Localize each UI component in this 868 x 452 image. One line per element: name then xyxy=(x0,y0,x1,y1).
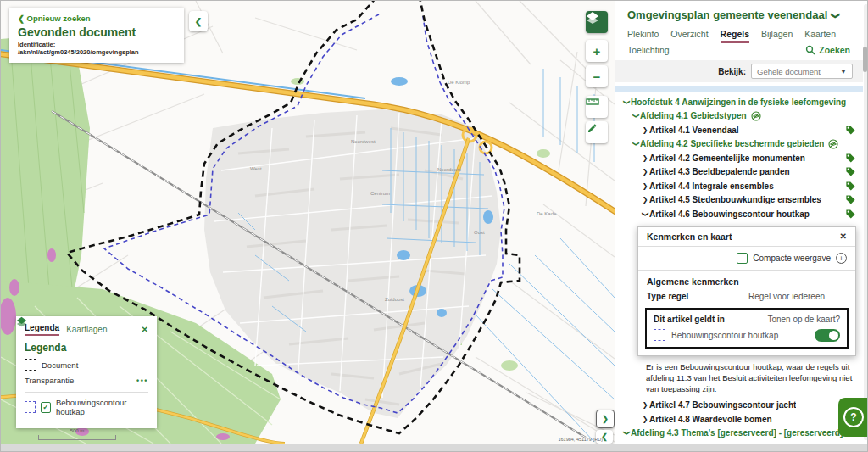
close-icon[interactable]: ✕ xyxy=(142,325,148,334)
chevron-right-icon[interactable]: ❯ xyxy=(641,196,649,204)
tree-item[interactable]: ❯Artikel 4.8 Waardevolle bomen xyxy=(615,412,863,427)
chevron-down-icon[interactable]: ❯ xyxy=(642,209,649,218)
tab-plekinfo[interactable]: Plekinfo xyxy=(627,29,659,39)
legend-item-document: Document xyxy=(25,359,148,371)
map-place-label: Noordwest xyxy=(351,139,376,144)
app-window: De KlompNoordwestWestNoordoostCentrumDe … xyxy=(0,0,868,452)
contour-swatch xyxy=(654,329,665,341)
article-note: Er is een Bebouwingscontour houtkap, waa… xyxy=(646,361,854,395)
search-icon xyxy=(805,45,815,55)
layers-button[interactable] xyxy=(586,11,608,33)
legend-title: Legenda xyxy=(25,342,148,354)
scrollbar-thumb[interactable] xyxy=(863,47,867,72)
map-place-label: De Kade xyxy=(537,211,556,216)
page-bottom-strip xyxy=(1,444,868,452)
contour-swatch xyxy=(25,401,36,413)
tag-icon xyxy=(845,153,856,164)
eye-off-icon xyxy=(828,139,838,149)
chevron-down-icon[interactable]: ❯ xyxy=(623,98,631,106)
tree-item[interactable]: ❯Artikel 4.4 Integrale ensembles xyxy=(615,179,863,193)
plan-title[interactable]: Omgevingsplan gemeente veenendaal❮ xyxy=(627,8,838,21)
question-icon: ? xyxy=(843,407,864,427)
layers-icon xyxy=(586,11,599,25)
chevron-right-icon[interactable]: ❯ xyxy=(641,126,649,134)
document-panel: Omgevingsplan gemeente veenendaal❮ Pleki… xyxy=(615,1,868,444)
found-document-card: ❮ Opnieuw zoeken Gevonden document Ident… xyxy=(9,8,184,63)
chevron-down-icon[interactable]: ❯ xyxy=(623,429,631,438)
chevron-right-icon[interactable]: ❯ xyxy=(641,401,649,409)
chevron-right-icon[interactable]: ❯ xyxy=(641,168,649,176)
collapse-left-panel-button[interactable]: ❮ xyxy=(189,11,208,31)
tab-kaartlagen[interactable]: Kaartlagen xyxy=(66,325,107,334)
tag-icon xyxy=(845,166,856,177)
zoom-out-button[interactable]: − xyxy=(586,65,608,87)
scrollbar-track[interactable] xyxy=(864,4,868,440)
tree-item[interactable]: ❯Artikel 4.5 Stedenbouwkundige ensembles xyxy=(615,193,863,208)
tree-item[interactable]: ❯Afdeling 4.2 Specifieke beschermde gebi… xyxy=(615,137,863,152)
document-identification: Identificatie: /akn/nl/act/gm0345/2020/o… xyxy=(18,41,175,56)
more-options-icon[interactable]: ••• xyxy=(136,377,148,385)
chevron-down-icon: ▼ xyxy=(840,68,847,75)
show-on-map-toggle[interactable] xyxy=(815,329,840,342)
chevron-right-icon[interactable]: ❯ xyxy=(641,416,649,423)
back-link[interactable]: ❮ Opnieuw zoeken xyxy=(18,14,175,23)
general-header: Algemene kenmerken xyxy=(638,271,855,287)
help-button[interactable]: ? xyxy=(838,398,868,437)
tree-item[interactable]: ❯Artikel 4.2 Gemeentelijke monumenten xyxy=(615,151,863,165)
panel-tabs: Plekinfo Overzicht Regels Bijlagen Kaart… xyxy=(627,29,845,39)
tree-item[interactable]: ❯Afdeling 4.3 Thema's [gereserveerd] - [… xyxy=(615,426,863,440)
tab-kaarten[interactable]: Kaarten xyxy=(804,29,836,39)
tag-icon xyxy=(845,181,856,192)
tree-item[interactable]: ❯Artikel 4.1 Veenendaal xyxy=(615,123,863,137)
tab-regels[interactable]: Regels xyxy=(721,29,749,43)
info-icon[interactable]: i xyxy=(836,253,847,264)
measure-button[interactable] xyxy=(586,96,608,118)
close-icon[interactable]: ✕ xyxy=(840,232,847,241)
map-place-label: De Klomp xyxy=(448,80,470,85)
map-place-label: West xyxy=(250,166,262,171)
view-scope-select[interactable]: Gehele document▼ xyxy=(751,64,853,79)
coordinates-readout: 161984, 451179 (RD) xyxy=(559,437,604,442)
chevron-right-icon[interactable]: ❯ xyxy=(641,182,649,190)
type-label: Type regel xyxy=(647,292,748,301)
pan-right-button[interactable]: ❯ xyxy=(596,410,615,428)
view-bar: Bekijk: Gehele document▼ xyxy=(615,60,863,82)
compact-view-checkbox[interactable] xyxy=(737,253,748,264)
chevron-down-icon[interactable]: ❯ xyxy=(632,112,640,120)
minus-icon: − xyxy=(593,70,601,84)
tab-toelichting[interactable]: Toelichting xyxy=(627,45,670,55)
applies-in-section: Dit artikel geldt in Tonen op de kaart? … xyxy=(645,308,849,349)
chevron-right-icon[interactable]: ❯ xyxy=(641,154,649,162)
contour-link[interactable]: Bebouwingscontour houtkap xyxy=(680,362,782,371)
scrolled-highlight xyxy=(615,86,863,92)
tree-item[interactable]: ❯Afdeling 4.1 Gebiedstypen xyxy=(615,109,863,124)
map-canvas[interactable]: De KlompNoordwestWestNoordoostCentrumDe … xyxy=(1,1,615,444)
chevron-down-icon[interactable]: ❯ xyxy=(632,140,640,148)
tree-item[interactable]: ❯Artikel 4.6 Bebouwingscontour houtkap xyxy=(615,207,863,221)
eye-off-icon xyxy=(751,111,761,121)
pencil-icon xyxy=(586,121,598,133)
tree-item[interactable]: ❯Artikel 4.7 Bebouwingscontour jacht xyxy=(615,398,863,412)
scale-bar: 500 m xyxy=(38,430,116,440)
tag-icon xyxy=(845,125,856,136)
plus-icon: + xyxy=(593,44,601,59)
zoom-in-button[interactable]: + xyxy=(586,40,608,62)
tag-icon xyxy=(845,194,856,205)
layers-icon xyxy=(16,316,27,327)
tag-icon xyxy=(845,209,856,220)
document-boundary-swatch xyxy=(25,359,36,371)
legend-item-transparency: Transparantie ••• xyxy=(25,376,148,385)
popup-title: Kenmerken en kaart xyxy=(647,232,732,242)
kenmerken-popup: Kenmerken en kaart ✕ Compacte weergave i… xyxy=(637,226,856,356)
tab-legenda[interactable]: Legenda xyxy=(25,323,59,336)
ruler-icon xyxy=(586,96,599,108)
search-button[interactable]: Zoeken xyxy=(805,45,850,55)
contour-checkbox[interactable]: ✓ xyxy=(41,402,51,413)
tree-item[interactable]: ❯Hoofdstuk 4 Aanwijzingen in de fysieke … xyxy=(615,95,863,109)
legend-panel: Legenda Kaartlagen ✕ Legenda Document Tr… xyxy=(16,316,157,428)
tab-overzicht[interactable]: Overzicht xyxy=(670,29,708,39)
draw-button[interactable] xyxy=(586,121,608,143)
legend-item-contour: ✓ Bebouwingscontour houtkap xyxy=(25,398,148,416)
tab-bijlagen[interactable]: Bijlagen xyxy=(761,29,793,39)
tree-item[interactable]: ❯Artikel 4.3 Beeldbepalende panden xyxy=(615,165,863,180)
